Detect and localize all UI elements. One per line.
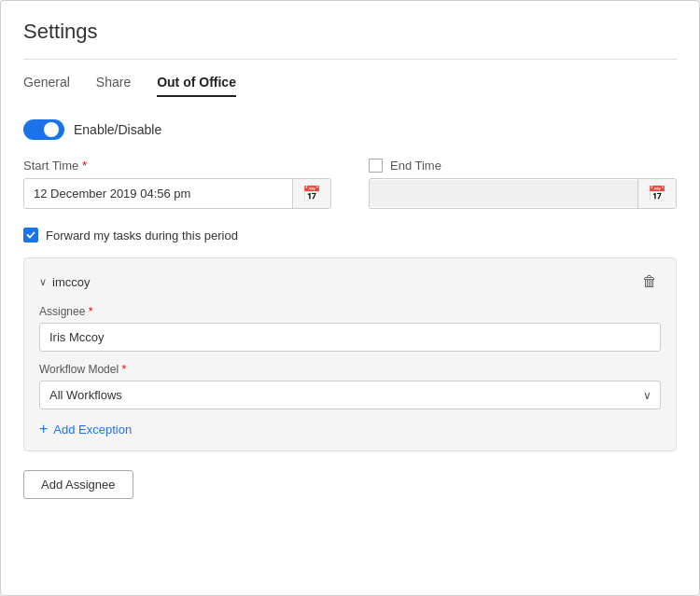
start-time-wrapper: 📅	[23, 178, 331, 209]
checkmark-icon	[26, 230, 35, 240]
assignee-field-label: Assignee *	[39, 305, 661, 318]
workflow-field: Workflow Model * All Workflows Workflow …	[39, 363, 661, 409]
time-row: Start Time * 📅 End Time 📅	[23, 159, 677, 209]
delete-assignee-button[interactable]: 🗑	[638, 271, 661, 292]
title-divider	[23, 59, 677, 60]
tab-out-of-office[interactable]: Out of Office	[157, 75, 236, 97]
start-time-calendar-button[interactable]: 📅	[292, 179, 330, 208]
tabs-bar: General Share Out of Office	[23, 75, 677, 97]
calendar-icon: 📅	[302, 186, 321, 201]
calendar-icon-end: 📅	[648, 186, 666, 201]
forward-tasks-checkbox[interactable]	[23, 228, 38, 243]
settings-window: Settings General Share Out of Office Ena…	[0, 0, 700, 596]
start-time-label: Start Time *	[23, 159, 331, 173]
assignee-input[interactable]	[39, 323, 661, 352]
start-time-input[interactable]	[24, 180, 292, 207]
end-time-wrapper: 📅	[369, 178, 677, 209]
add-exception-plus-icon: +	[39, 421, 48, 437]
end-time-label: End Time	[390, 159, 441, 173]
tab-share[interactable]: Share	[96, 75, 131, 97]
page-title: Settings	[23, 20, 677, 44]
assignee-name-row[interactable]: ∨ imccoy	[39, 275, 90, 289]
end-time-group: End Time 📅	[369, 159, 677, 209]
toggle-knob	[44, 122, 59, 137]
add-exception-row[interactable]: + Add Exception	[39, 421, 661, 437]
tab-general[interactable]: General	[23, 75, 70, 97]
start-time-group: Start Time * 📅	[23, 159, 331, 209]
trash-icon: 🗑	[642, 273, 657, 289]
workflow-field-label: Workflow Model *	[39, 363, 661, 376]
workflow-select-wrapper: All Workflows Workflow A Workflow B ∨	[39, 381, 661, 409]
forward-tasks-label: Forward my tasks during this period	[46, 229, 238, 243]
enable-row: Enable/Disable	[23, 119, 677, 140]
assignee-card-header: ∨ imccoy 🗑	[39, 271, 661, 292]
add-exception-label: Add Exception	[53, 423, 132, 437]
workflow-select[interactable]: All Workflows Workflow A Workflow B	[39, 381, 661, 409]
end-time-input[interactable]	[370, 180, 637, 207]
assignee-field: Assignee *	[39, 305, 661, 352]
end-time-checkbox[interactable]	[369, 159, 383, 173]
assignee-card-name: imccoy	[52, 275, 90, 289]
enable-label: Enable/Disable	[74, 122, 161, 137]
assignee-card: ∨ imccoy 🗑 Assignee * Workflow Model * A…	[23, 257, 677, 451]
forward-tasks-row: Forward my tasks during this period	[23, 228, 677, 243]
end-time-checkbox-wrapper: End Time	[369, 159, 677, 173]
chevron-down-icon: ∨	[39, 276, 47, 288]
add-assignee-button[interactable]: Add Assignee	[23, 470, 133, 499]
end-time-calendar-button[interactable]: 📅	[637, 179, 676, 208]
enable-toggle[interactable]	[23, 119, 64, 140]
